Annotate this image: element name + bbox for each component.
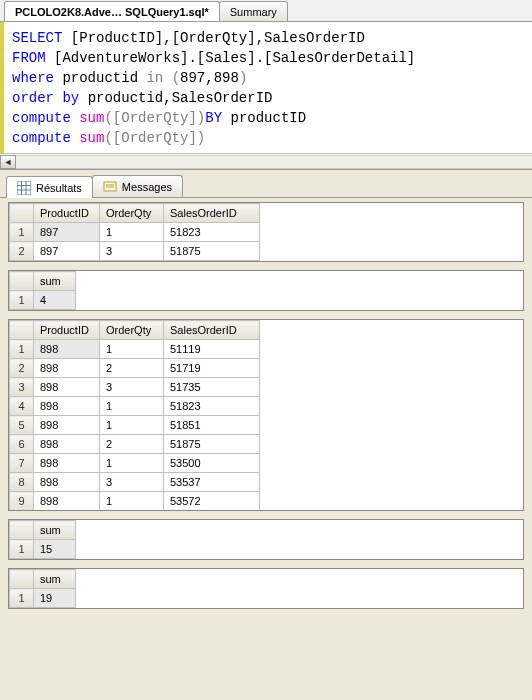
col-salesorderid[interactable]: SalesOrderID — [164, 321, 260, 340]
sql-text: productid,SalesOrderID — [79, 90, 272, 106]
cell[interactable]: 898 — [34, 492, 100, 511]
editor-hscrollbar[interactable]: ◄ — [0, 154, 532, 170]
table-row[interactable]: 6898251875 — [10, 435, 260, 454]
row-header[interactable]: 6 — [10, 435, 34, 454]
cell[interactable]: 898 — [34, 435, 100, 454]
col-sum[interactable]: sum — [34, 521, 76, 540]
table-row[interactable]: 9898153572 — [10, 492, 260, 511]
corner-cell[interactable] — [10, 321, 34, 340]
cell[interactable]: 898 — [34, 340, 100, 359]
sql-text: ([OrderQty]) — [104, 130, 205, 146]
cell[interactable]: 19 — [34, 589, 76, 608]
cell[interactable]: 3 — [100, 473, 164, 492]
corner-cell[interactable] — [10, 272, 34, 291]
corner-cell[interactable] — [10, 204, 34, 223]
table-row[interactable]: 7898153500 — [10, 454, 260, 473]
tab-messages[interactable]: Messages — [92, 175, 183, 197]
cell[interactable]: 3 — [100, 242, 164, 261]
row-header[interactable]: 1 — [10, 223, 34, 242]
cell[interactable]: 51875 — [164, 435, 260, 454]
scroll-left-button[interactable]: ◄ — [0, 155, 16, 169]
row-header[interactable]: 1 — [10, 291, 34, 310]
cell[interactable]: 53572 — [164, 492, 260, 511]
grid-table[interactable]: ProductID OrderQty SalesOrderID 1 897 1 … — [9, 203, 260, 261]
cell[interactable]: 1 — [100, 340, 164, 359]
tab-results[interactable]: Résultats — [6, 176, 93, 198]
table-row[interactable]: 1 897 1 51823 — [10, 223, 260, 242]
cell[interactable]: 898 — [34, 416, 100, 435]
table-row[interactable]: 1898151119 — [10, 340, 260, 359]
cell[interactable]: 2 — [100, 435, 164, 454]
kw-by2: BY — [205, 110, 222, 126]
corner-cell[interactable] — [10, 570, 34, 589]
row-header[interactable]: 4 — [10, 397, 34, 416]
tab-sql-file[interactable]: PCLOLO2K8.Adve… SQLQuery1.sql* — [4, 1, 220, 21]
grid-table[interactable]: sum 1 19 — [9, 569, 76, 608]
cell[interactable]: 897 — [34, 242, 100, 261]
row-header[interactable]: 2 — [10, 359, 34, 378]
scroll-track[interactable] — [16, 155, 532, 169]
row-header[interactable]: 2 — [10, 242, 34, 261]
cell[interactable]: 898 — [34, 397, 100, 416]
row-header[interactable]: 1 — [10, 340, 34, 359]
table-row[interactable]: 2898251719 — [10, 359, 260, 378]
col-orderqty[interactable]: OrderQty — [100, 321, 164, 340]
cell[interactable]: 15 — [34, 540, 76, 559]
col-salesorderid[interactable]: SalesOrderID — [164, 204, 260, 223]
col-sum[interactable]: sum — [34, 272, 76, 291]
cell[interactable]: 898 — [34, 473, 100, 492]
cell[interactable]: 51823 — [164, 397, 260, 416]
grid-table[interactable]: sum 1 4 — [9, 271, 76, 310]
cell[interactable]: 897 — [34, 223, 100, 242]
cell[interactable]: 51719 — [164, 359, 260, 378]
table-row[interactable]: 5898151851 — [10, 416, 260, 435]
row-header[interactable]: 7 — [10, 454, 34, 473]
cell[interactable]: 51119 — [164, 340, 260, 359]
cell[interactable]: 1 — [100, 416, 164, 435]
tab-summary[interactable]: Summary — [219, 1, 288, 21]
col-sum[interactable]: sum — [34, 570, 76, 589]
row-header[interactable]: 8 — [10, 473, 34, 492]
table-row[interactable]: 8898353537 — [10, 473, 260, 492]
table-row[interactable]: 1 4 — [10, 291, 76, 310]
cell[interactable]: 1 — [100, 454, 164, 473]
kw-from: FROM — [12, 50, 46, 66]
col-productid[interactable]: ProductID — [34, 204, 100, 223]
grid-table[interactable]: sum 1 15 — [9, 520, 76, 559]
row-header[interactable]: 1 — [10, 589, 34, 608]
row-header[interactable]: 9 — [10, 492, 34, 511]
row-header[interactable]: 3 — [10, 378, 34, 397]
cell[interactable]: 51823 — [164, 223, 260, 242]
cell[interactable]: 1 — [100, 397, 164, 416]
cell[interactable]: 51875 — [164, 242, 260, 261]
table-row[interactable]: 4898151823 — [10, 397, 260, 416]
header-row: ProductID OrderQty SalesOrderID — [10, 204, 260, 223]
row-header[interactable]: 5 — [10, 416, 34, 435]
cell[interactable]: 1 — [100, 223, 164, 242]
cell[interactable]: 53500 — [164, 454, 260, 473]
cell[interactable]: 2 — [100, 359, 164, 378]
row-header[interactable]: 1 — [10, 540, 34, 559]
cell[interactable]: 53537 — [164, 473, 260, 492]
grid-table[interactable]: ProductID OrderQty SalesOrderID 18981511… — [9, 320, 260, 510]
cell[interactable]: 898 — [34, 378, 100, 397]
result-grid-1: ProductID OrderQty SalesOrderID 1 897 1 … — [8, 202, 524, 262]
cell[interactable]: 898 — [34, 454, 100, 473]
sql-editor[interactable]: SELECT [ProductID],[OrderQty],SalesOrder… — [0, 22, 532, 154]
corner-cell[interactable] — [10, 521, 34, 540]
col-orderqty[interactable]: OrderQty — [100, 204, 164, 223]
table-row[interactable]: 2 897 3 51875 — [10, 242, 260, 261]
cell[interactable]: 4 — [34, 291, 76, 310]
cell[interactable]: 51735 — [164, 378, 260, 397]
cell[interactable]: 1 — [100, 492, 164, 511]
table-row[interactable]: 3898351735 — [10, 378, 260, 397]
cell[interactable]: 3 — [100, 378, 164, 397]
sql-text: ([OrderQty]) — [104, 110, 205, 126]
document-tabs: PCLOLO2K8.Adve… SQLQuery1.sql* Summary — [0, 0, 532, 22]
cell[interactable]: 898 — [34, 359, 100, 378]
table-row[interactable]: 1 15 — [10, 540, 76, 559]
col-productid[interactable]: ProductID — [34, 321, 100, 340]
table-row[interactable]: 1 19 — [10, 589, 76, 608]
cell[interactable]: 51851 — [164, 416, 260, 435]
sql-text: productid — [54, 70, 146, 86]
